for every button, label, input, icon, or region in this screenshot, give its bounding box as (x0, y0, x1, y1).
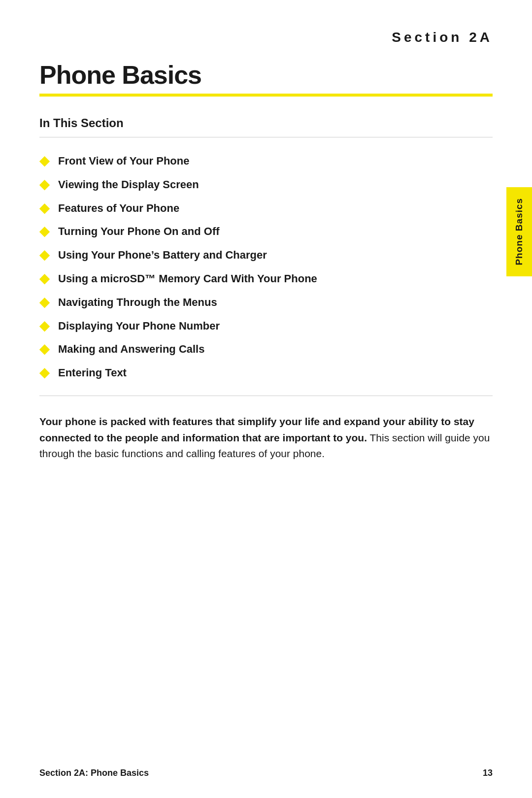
toc-bullet-turning-on-off: ◆ (39, 223, 49, 240)
toc-item-features: ◆Features of Your Phone (39, 200, 493, 216)
toc-item-microsd: ◆Using a microSD™ Memory Card With Your … (39, 270, 493, 287)
page-title: Phone Basics (39, 60, 493, 90)
toc-item-front-view: ◆Front View of Your Phone (39, 152, 493, 169)
toc-bullet-microsd: ◆ (39, 270, 49, 287)
page-container: Section 2A Phone Basics In This Section … (0, 0, 532, 798)
toc-item-viewing-display: ◆Viewing the Display Screen (39, 176, 493, 193)
toc-text-making-answering: Making and Answering Calls (58, 342, 204, 357)
footer-left: Section 2A: Phone Basics (39, 768, 149, 778)
toc-item-navigating: ◆Navigating Through the Menus (39, 294, 493, 310)
toc-text-navigating: Navigating Through the Menus (58, 296, 217, 310)
section-label: Section 2A (0, 0, 532, 55)
toc-bullet-viewing-display: ◆ (39, 176, 49, 193)
toc-item-displaying-number: ◆Displaying Your Phone Number (39, 317, 493, 334)
yellow-bar (39, 94, 493, 97)
description-block: Your phone is packed with features that … (39, 414, 493, 462)
toc-bullet-making-answering: ◆ (39, 341, 49, 358)
toc-bullet-battery-charger: ◆ (39, 247, 49, 264)
side-tab-text: Phone Basics (514, 198, 525, 266)
toc-text-front-view: Front View of Your Phone (58, 154, 189, 168)
toc-list: ◆Front View of Your Phone◆Viewing the Di… (39, 152, 493, 381)
in-this-section-heading: In This Section (39, 116, 493, 137)
toc-text-features: Features of Your Phone (58, 201, 179, 216)
toc-item-making-answering: ◆Making and Answering Calls (39, 340, 493, 357)
toc-item-battery-charger: ◆Using Your Phone’s Battery and Charger (39, 246, 493, 263)
footer-page-number: 13 (483, 768, 493, 778)
section-bottom-divider (39, 396, 493, 396)
toc-bullet-features: ◆ (39, 200, 49, 217)
toc-bullet-navigating: ◆ (39, 294, 49, 311)
toc-item-turning-on-off: ◆Turning Your Phone On and Off (39, 223, 493, 239)
toc-text-entering-text: Entering Text (58, 366, 127, 380)
toc-text-battery-charger: Using Your Phone’s Battery and Charger (58, 248, 267, 263)
toc-text-displaying-number: Displaying Your Phone Number (58, 319, 220, 333)
toc-bullet-front-view: ◆ (39, 153, 49, 169)
section-label-text: Section 2A (392, 30, 493, 45)
toc-text-microsd: Using a microSD™ Memory Card With Your P… (58, 272, 317, 286)
toc-item-entering-text: ◆Entering Text (39, 364, 493, 381)
side-tab: Phone Basics (506, 187, 532, 276)
toc-text-viewing-display: Viewing the Display Screen (58, 178, 199, 192)
toc-bullet-displaying-number: ◆ (39, 318, 49, 334)
section-top-divider (39, 137, 493, 137)
main-content: Phone Basics In This Section ◆Front View… (0, 60, 532, 501)
toc-bullet-entering-text: ◆ (39, 365, 49, 381)
toc-text-turning-on-off: Turning Your Phone On and Off (58, 225, 220, 239)
footer: Section 2A: Phone Basics 13 (39, 768, 493, 778)
